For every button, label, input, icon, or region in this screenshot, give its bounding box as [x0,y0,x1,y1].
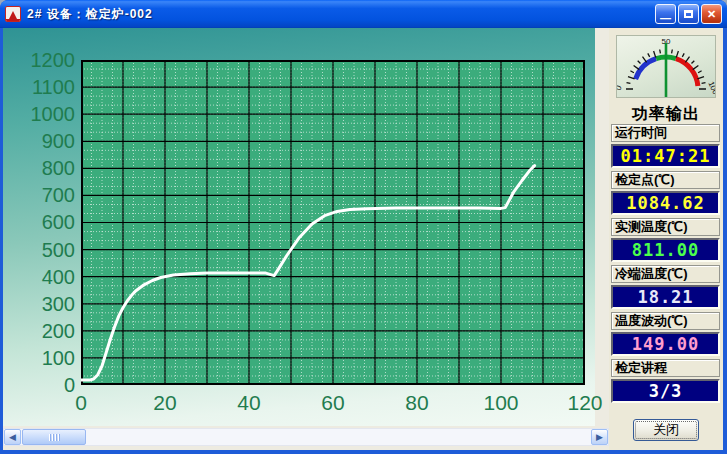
close-button[interactable]: 关闭 [633,419,699,441]
readout-cold-junction: 冷端温度(℃) 18.21 [611,265,720,309]
scroll-left-button[interactable]: ◀ [4,429,21,445]
readout-label: 冷端温度(℃) [611,265,720,283]
power-gauge: 050100 [616,35,716,98]
temperature-chart: 0100200300400500600700800900100011001200… [3,28,595,426]
title-bar: 2# 设备：检定炉-002 — ✕ [0,0,727,28]
x-tick-label: 60 [301,390,365,416]
run-time-value: 01:47:21 [621,146,711,166]
app-icon [5,6,21,22]
plot-area [81,60,585,385]
y-tick-label: 1000 [3,103,75,125]
close-window-button[interactable]: ✕ [701,4,722,24]
y-tick-label: 600 [3,211,75,233]
y-tick-label: 300 [3,293,75,315]
minimize-icon: — [660,12,671,24]
readout-groups: 运行时间 01:47:21 检定点(℃) 1084.62 实测温度(℃) 811… [611,124,720,406]
scroll-right-icon: ▶ [596,432,603,442]
scroll-right-button[interactable]: ▶ [591,429,608,445]
fluctuation-value: 149.00 [632,334,699,354]
readout-fluctuation: 温度波动(℃) 149.00 [611,312,720,356]
setpoint-value: 1084.62 [626,193,705,213]
readout-label: 检定点(℃) [611,171,720,189]
y-tick-label: 1100 [3,76,75,98]
y-tick-label: 1200 [3,49,75,71]
maximize-icon [684,10,693,18]
y-tick-label: 700 [3,184,75,206]
readout-measured-temp: 实测温度(℃) 811.00 [611,218,720,262]
y-tick-label: 800 [3,157,75,179]
window-title: 2# 设备：检定炉-002 [27,6,153,23]
scroll-left-icon: ◀ [9,432,16,442]
x-tick-label: 40 [217,390,281,416]
y-tick-label: 500 [3,239,75,261]
readout-label: 运行时间 [611,124,720,142]
x-tick-label: 0 [49,390,113,416]
maximize-button[interactable] [678,4,699,24]
x-tick-label: 100 [469,390,533,416]
app-window: 2# 设备：检定炉-002 — ✕ 0100200300400500600700… [0,0,727,454]
window-content: 0100200300400500600700800900100011001200… [3,28,723,450]
svg-text:100: 100 [706,80,715,96]
readout-progress: 检定讲程 3/3 [611,359,720,403]
gauge-dial: 050100 [617,36,715,97]
close-button-label: 关闭 [635,421,697,439]
y-tick-label: 900 [3,130,75,152]
scrollbar-thumb[interactable] [22,429,86,445]
y-tick-label: 400 [3,266,75,288]
readout-label: 实测温度(℃) [611,218,720,236]
x-tick-label: 80 [385,390,449,416]
minimize-button[interactable]: — [655,4,676,24]
cold-junction-value: 18.21 [637,287,693,307]
readout-run-time: 运行时间 01:47:21 [611,124,720,168]
readout-setpoint: 检定点(℃) 1084.62 [611,171,720,215]
horizontal-scrollbar[interactable]: ◀ ▶ [3,428,609,446]
measured-temp-value: 811.00 [632,240,699,260]
close-icon: ✕ [707,8,716,21]
x-tick-label: 120 [553,390,617,416]
svg-text:0: 0 [617,84,624,92]
y-tick-label: 200 [3,320,75,342]
x-tick-label: 20 [133,390,197,416]
scrollbar-track[interactable] [86,429,591,445]
status-panel: 050100 功率输出 运行时间 01:47:21 检定点(℃) 1084.62… [609,28,723,450]
progress-value: 3/3 [649,381,683,401]
readout-label: 检定讲程 [611,359,720,377]
y-tick-label: 100 [3,347,75,369]
readout-label: 温度波动(℃) [611,312,720,330]
